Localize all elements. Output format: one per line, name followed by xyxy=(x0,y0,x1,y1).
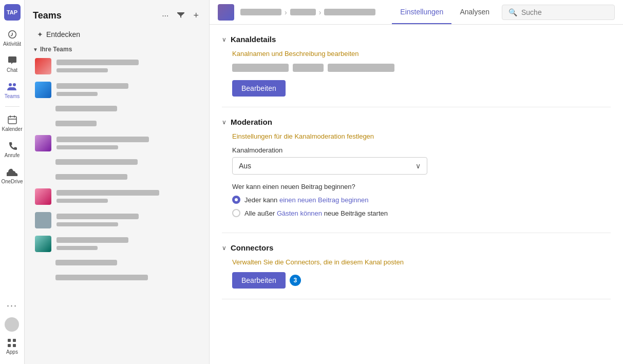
breadcrumb-page xyxy=(324,9,375,15)
team-info xyxy=(55,105,199,113)
more-options[interactable]: ··· xyxy=(5,298,20,313)
settings-tabs: Einstellungen Analysen xyxy=(392,1,498,24)
more-teams-icon[interactable]: ··· xyxy=(160,9,171,23)
moderation-link[interactable]: Einstellungen für die Kanalmoderation fe… xyxy=(232,132,611,140)
sidebar-header-actions: ··· + xyxy=(160,8,201,23)
section-chevron: ▼ xyxy=(33,47,38,52)
blurred-image-3 xyxy=(328,64,394,72)
app-logo-text: TAP xyxy=(7,9,17,15)
moderation-title: Moderation xyxy=(231,118,272,126)
team-name xyxy=(56,213,199,221)
filter-icon[interactable] xyxy=(175,9,187,23)
radio-label-2-start: Alle außer xyxy=(244,209,277,217)
sidebar-item-kalender[interactable]: Kalender xyxy=(0,111,24,135)
radio-option-2[interactable]: Alle außer Gästen können neue Beiträge s… xyxy=(232,209,611,217)
app-logo: TAP xyxy=(4,4,21,21)
apps-button[interactable]: Apps xyxy=(5,336,20,357)
list-item[interactable] xyxy=(27,55,207,78)
rail-bottom: ··· Apps xyxy=(5,297,20,364)
moderation-question: Wer kann einen neuen Beitrag beginnen? xyxy=(232,183,611,190)
connectors-bearbeiten-button[interactable]: Bearbeiten xyxy=(232,272,286,289)
breadcrumb-separator: › xyxy=(285,8,287,16)
breadcrumb-team xyxy=(240,9,281,15)
connectors-chevron[interactable]: ∨ xyxy=(222,244,226,252)
list-item[interactable] xyxy=(27,156,207,169)
moderation-dropdown-value: Aus xyxy=(239,162,251,170)
list-item[interactable] xyxy=(27,185,207,208)
sidebar-header: Teams ··· + xyxy=(25,0,209,27)
team-name xyxy=(56,83,199,90)
radio-label-1-highlight: einen neuen Beitrag beginnen xyxy=(279,196,368,204)
connectors-header: ∨ Connectors xyxy=(222,243,611,252)
channel-info: › › xyxy=(218,4,392,21)
onedrive-label: OneDrive xyxy=(1,179,23,184)
kanaldetails-link[interactable]: Kanalnamen und Beschreibung bearbeiten xyxy=(232,50,611,58)
channel-avatar xyxy=(218,4,234,21)
list-item[interactable] xyxy=(27,102,207,116)
list-item[interactable] xyxy=(27,79,207,101)
list-item[interactable] xyxy=(27,117,207,131)
radio-label-2-highlight: Gästen können xyxy=(277,209,322,217)
team-info xyxy=(56,237,199,252)
list-item[interactable] xyxy=(27,209,207,232)
kanaldetails-bearbeiten-button[interactable]: Bearbeiten xyxy=(232,80,286,97)
teams-sidebar: Teams ··· + ✦ Entdecken ▼ Ihre Teams xyxy=(25,0,210,364)
sidebar-item-onedrive[interactable]: OneDrive xyxy=(0,163,24,187)
breadcrumb-separator2: › xyxy=(319,8,322,16)
moderation-section: ∨ Moderation Einstellungen für die Kanal… xyxy=(222,107,611,233)
list-item[interactable] xyxy=(27,132,207,155)
sidebar-item-teams[interactable]: Teams xyxy=(0,78,24,102)
radio-button-1[interactable] xyxy=(232,196,240,204)
radio-option-1[interactable]: Jeder kann einen neuen Beitrag beginnen xyxy=(232,196,611,204)
kanaldetails-header: ∨ Kanaldetails xyxy=(222,35,611,44)
team-info xyxy=(55,120,199,128)
team-name xyxy=(55,259,199,267)
sidebar-item-activity[interactable]: Aktivität xyxy=(0,26,24,50)
rail-separator-1 xyxy=(5,106,20,107)
connectors-link[interactable]: Verwalten Sie die Connectors, die in die… xyxy=(232,258,611,266)
kanaldetails-images xyxy=(232,64,611,72)
team-avatar xyxy=(35,135,51,151)
user-avatar[interactable] xyxy=(5,317,19,332)
team-info xyxy=(55,259,199,267)
connectors-button-row: Bearbeiten 3 xyxy=(232,272,611,289)
icon-rail: TAP Aktivität Chat Teams Kalender Anrufe xyxy=(0,0,25,364)
team-name xyxy=(56,237,199,244)
team-name xyxy=(55,120,199,128)
moderation-chevron[interactable]: ∨ xyxy=(222,119,226,126)
activity-icon xyxy=(7,29,18,40)
team-avatar xyxy=(35,212,51,228)
team-name xyxy=(55,105,199,113)
teams-label: Teams xyxy=(5,93,20,99)
discover-icon: ✦ xyxy=(37,30,43,39)
apps-icon xyxy=(7,338,17,348)
sidebar-item-chat[interactable]: Chat xyxy=(0,52,24,76)
channel-breadcrumb: › › xyxy=(240,8,375,16)
add-team-icon[interactable]: + xyxy=(191,8,201,23)
kanaldetails-chevron[interactable]: ∨ xyxy=(222,36,226,43)
your-teams-section[interactable]: ▼ Ihre Teams xyxy=(25,42,209,55)
discover-button[interactable]: ✦ Entdecken xyxy=(29,27,205,42)
radio-button-2[interactable] xyxy=(232,209,240,217)
discover-label: Entdecken xyxy=(46,30,80,39)
tab-einstellungen[interactable]: Einstellungen xyxy=(392,1,451,24)
team-name xyxy=(55,174,199,181)
list-item[interactable] xyxy=(27,170,207,184)
search-input[interactable] xyxy=(521,8,608,16)
anrufe-label: Anrufe xyxy=(5,152,20,158)
list-item[interactable] xyxy=(27,256,207,270)
tab-analysen[interactable]: Analysen xyxy=(451,1,498,24)
team-avatar xyxy=(35,82,51,98)
moderation-body: Einstellungen für die Kanalmoderation fe… xyxy=(222,132,611,217)
moderation-dropdown[interactable]: Aus ∨ xyxy=(232,157,427,175)
list-item[interactable] xyxy=(27,271,207,285)
team-info xyxy=(56,189,199,204)
kanaldetails-body: Kanalnamen und Beschreibung bearbeiten B… xyxy=(222,50,611,97)
svg-rect-9 xyxy=(13,344,16,347)
sidebar-item-anrufe[interactable]: Anrufe xyxy=(0,137,24,161)
list-item[interactable] xyxy=(27,233,207,255)
chat-label: Chat xyxy=(7,67,17,73)
search-box[interactable]: 🔍 xyxy=(502,5,615,20)
connectors-title: Connectors xyxy=(231,243,273,252)
team-sub xyxy=(56,197,199,204)
